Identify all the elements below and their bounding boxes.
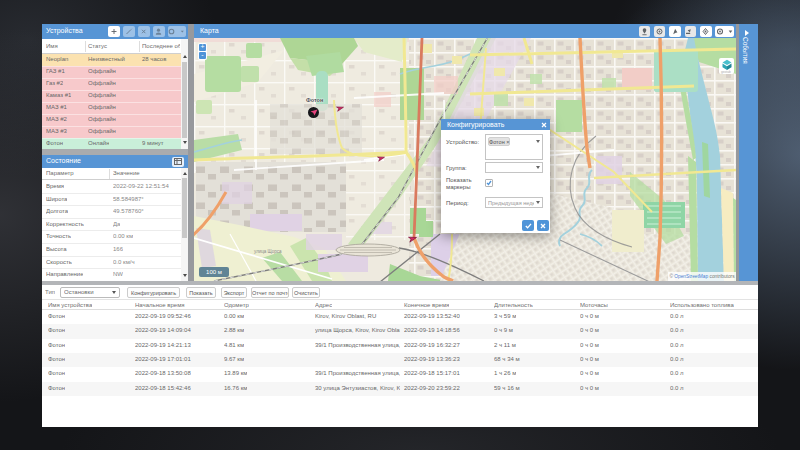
svg-text:улица Щорса: улица Щорса xyxy=(254,249,282,254)
